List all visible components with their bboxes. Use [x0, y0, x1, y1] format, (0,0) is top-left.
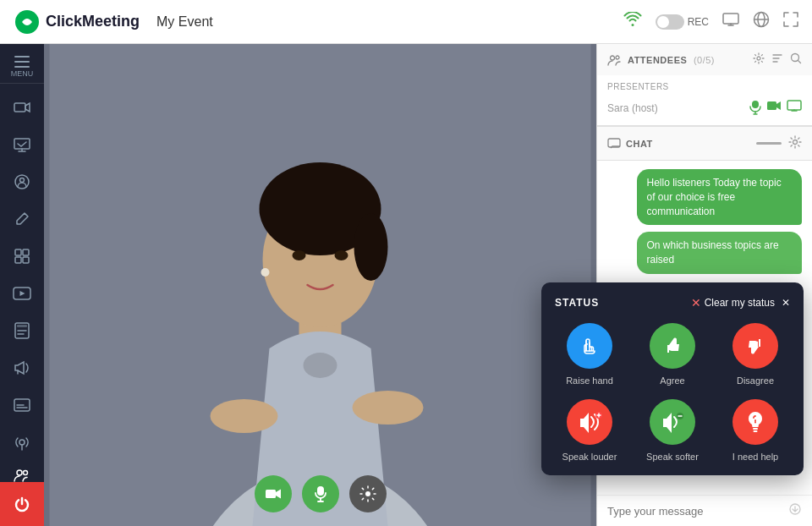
svg-rect-5	[14, 61, 30, 63]
menu-label: MENU	[11, 69, 34, 78]
svg-rect-7	[14, 103, 25, 112]
rec-button[interactable]: REC	[656, 14, 709, 30]
microphone-button[interactable]	[302, 475, 339, 512]
agree-circle	[650, 323, 695, 369]
status-grid: Raise hand Agree Disagree	[555, 323, 790, 462]
svg-point-27	[354, 213, 388, 281]
svg-rect-48	[754, 430, 758, 432]
clear-status-button[interactable]: ✕ Clear my status ✕	[691, 296, 790, 310]
presenter-name: Sara (host)	[607, 101, 743, 114]
rec-toggle[interactable]	[656, 14, 684, 30]
svg-rect-12	[23, 249, 29, 255]
attendees-title: ATTENDEES (0/5)	[628, 55, 748, 65]
svg-point-20	[17, 470, 22, 475]
speak-louder-label: Speak louder	[562, 452, 617, 462]
status-raise-hand[interactable]: Raise hand	[555, 323, 624, 386]
clickmeeting-logo-icon	[14, 8, 41, 36]
svg-point-33	[335, 250, 348, 260]
sidebar-item-youtube[interactable]	[5, 277, 39, 310]
event-title: My Event	[156, 14, 213, 30]
attendees-search-icon[interactable]	[790, 52, 802, 67]
need-help-circle	[732, 399, 778, 445]
svg-point-31	[261, 268, 270, 277]
svg-rect-41	[767, 101, 776, 110]
speak-louder-circle	[567, 399, 612, 445]
chat-send-icon[interactable]	[788, 502, 802, 519]
disagree-circle	[732, 323, 778, 369]
close-popup-icon[interactable]: ✕	[782, 297, 790, 309]
chat-divider	[756, 142, 782, 145]
chat-settings-icon[interactable]	[788, 135, 802, 151]
globe-icon[interactable]	[753, 11, 770, 32]
presenters-label: PRESENTERS	[607, 82, 802, 91]
power-button[interactable]	[0, 482, 44, 526]
chat-message-1: Hello listeners Today the topic of our c…	[637, 169, 803, 225]
settings-button[interactable]	[349, 475, 387, 512]
chat-icon	[607, 138, 621, 150]
disagree-label: Disagree	[737, 375, 774, 386]
svg-point-28	[211, 399, 278, 433]
status-popup-header: STATUS ✕ Clear my status ✕	[555, 296, 790, 310]
svg-rect-35	[317, 486, 324, 496]
attendees-settings-icon[interactable]	[753, 52, 765, 67]
chat-input-area	[597, 495, 812, 526]
chat-title: CHAT	[626, 139, 756, 149]
svg-rect-40	[752, 101, 759, 108]
sidebar-item-presentation[interactable]	[5, 165, 39, 199]
camera-button[interactable]	[255, 475, 292, 512]
chat-input[interactable]	[607, 505, 788, 518]
sidebar-item-screen[interactable]	[5, 128, 39, 162]
sidebar-item-layout[interactable]	[5, 239, 39, 273]
sidebar-menu-button[interactable]: MENU	[0, 51, 44, 84]
svg-rect-8	[14, 139, 30, 149]
chat-message-2: On which business topics are raised	[637, 232, 803, 274]
clear-x-icon: ✕	[691, 296, 701, 310]
svg-rect-4	[14, 56, 30, 58]
topbar: ClickMeeting My Event REC	[0, 0, 812, 44]
speak-softer-label: Speak softer	[646, 452, 699, 462]
sidebar: MENU	[0, 44, 44, 526]
sidebar-item-broadcast[interactable]	[5, 425, 39, 459]
logo: ClickMeeting	[14, 8, 140, 36]
status-agree[interactable]: Agree	[638, 323, 707, 386]
attendees-gear-icon[interactable]	[771, 52, 783, 67]
svg-point-29	[353, 391, 424, 425]
sidebar-item-camera[interactable]	[5, 90, 39, 124]
presenter-row: Sara (host)	[607, 96, 802, 118]
attendees-actions	[753, 52, 802, 67]
svg-rect-1	[723, 14, 738, 24]
rec-label: REC	[688, 16, 709, 28]
video-area	[44, 44, 596, 526]
mic-icon	[749, 100, 761, 115]
sidebar-item-subtitles[interactable]	[5, 388, 39, 422]
speak-softer-circle	[650, 399, 695, 445]
svg-point-30	[304, 353, 337, 378]
logo-text: ClickMeeting	[46, 13, 140, 30]
sidebar-item-megaphone[interactable]	[5, 351, 39, 385]
video-feed	[44, 44, 596, 526]
svg-point-38	[757, 57, 760, 60]
svg-rect-13	[15, 257, 21, 263]
fullscreen-icon[interactable]	[783, 12, 798, 31]
presenter-icons	[749, 100, 802, 115]
svg-rect-42	[787, 101, 801, 110]
status-disagree[interactable]: Disagree	[721, 323, 790, 386]
svg-rect-14	[23, 257, 29, 263]
sidebar-item-poll[interactable]	[5, 314, 39, 348]
attendees-section: ATTENDEES (0/5)	[597, 44, 812, 126]
svg-point-21	[24, 470, 28, 474]
screen-share-icon[interactable]	[722, 13, 739, 30]
cam-presenter-icon	[766, 100, 782, 112]
status-speak-louder[interactable]: Speak louder	[555, 399, 624, 462]
wifi-icon	[623, 12, 642, 31]
svg-rect-47	[753, 428, 758, 430]
presenter-video	[44, 44, 596, 526]
chat-header: CHAT	[597, 126, 812, 161]
status-need-help[interactable]: I need help	[721, 399, 790, 462]
svg-rect-6	[14, 66, 30, 68]
raise-hand-circle	[567, 323, 612, 369]
svg-point-37	[616, 56, 619, 59]
sidebar-item-edit[interactable]	[5, 202, 39, 236]
svg-rect-34	[266, 490, 276, 498]
status-speak-softer[interactable]: Speak softer	[638, 399, 707, 462]
